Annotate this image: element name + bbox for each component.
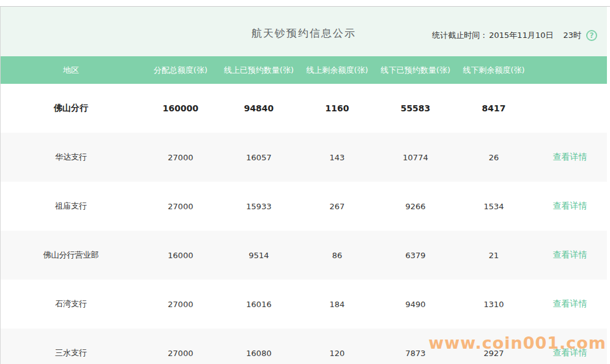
offline-reserved-cell: 55583 (376, 103, 455, 113)
offline-remaining-cell: 2927 (455, 349, 533, 358)
column-header-online-reserved: 线上已预约数量(张) (220, 65, 298, 76)
offline-remaining-cell: 21 (455, 251, 533, 260)
region-cell: 佛山分行营业部 (1, 250, 141, 261)
column-header-total-quota: 分配总额度(张) (141, 65, 220, 76)
offline-remaining-cell: 1534 (455, 202, 533, 211)
stats-hour: 23时 (563, 30, 581, 41)
column-header-offline-reserved: 线下已预约数量(张) (376, 65, 455, 76)
offline-remaining-cell: 1310 (455, 300, 533, 309)
online-reserved-cell: 94840 (220, 103, 298, 113)
detail-cell: 查看详情 (533, 201, 607, 212)
offline-reserved-cell: 9490 (376, 300, 455, 309)
total-quota-cell: 160000 (141, 103, 220, 113)
offline-reserved-cell: 7873 (376, 349, 455, 358)
view-details-link[interactable]: 查看详情 (553, 201, 587, 210)
offline-remaining-cell: 8417 (455, 103, 533, 113)
region-cell: 祖庙支行 (1, 201, 141, 212)
stats-deadline: 统计截止时间： 2015年11月10日 23时 ? (432, 30, 597, 41)
online-remaining-cell: 1160 (298, 103, 376, 113)
stats-date: 2015年11月10日 (489, 30, 553, 41)
offline-reserved-cell: 6379 (376, 251, 455, 260)
view-details-link[interactable]: 查看详情 (553, 250, 587, 259)
view-details-link[interactable]: 查看详情 (553, 152, 587, 162)
online-reserved-cell: 16057 (220, 153, 298, 162)
online-remaining-cell: 184 (298, 300, 376, 309)
table-row: 佛山分行营业部 16000 9514 86 6379 21 查看详情 (1, 231, 607, 280)
detail-cell: 查看详情 (533, 250, 607, 261)
content: 航天钞预约信息公示 统计截止时间： 2015年11月10日 23时 ? 地区 分… (0, 7, 607, 364)
online-remaining-cell: 143 (298, 153, 376, 162)
table-row: 三水支行 27000 16080 120 7873 2927 查看详情 (1, 329, 607, 364)
table-header-row: 地区 分配总额度(张) 线上已预约数量(张) 线上剩余额度(张) 线下已预约数量… (1, 56, 607, 84)
total-quota-cell: 16000 (141, 251, 220, 260)
total-quota-cell: 27000 (141, 202, 220, 211)
detail-cell: 查看详情 (533, 299, 607, 310)
top-strip (0, 0, 610, 7)
table-row: 祖庙支行 27000 15933 267 9266 1534 查看详情 (1, 182, 607, 231)
online-remaining-cell: 267 (298, 202, 376, 211)
offline-reserved-cell: 10774 (376, 153, 455, 162)
table-body: 佛山分行 160000 94840 1160 55583 8417 华达支行 2… (1, 84, 607, 364)
header-band: 航天钞预约信息公示 统计截止时间： 2015年11月10日 23时 ? (1, 7, 607, 56)
online-remaining-cell: 120 (298, 349, 376, 358)
online-reserved-cell: 9514 (220, 251, 298, 260)
detail-cell: 查看详情 (533, 152, 607, 163)
online-reserved-cell: 16016 (220, 300, 298, 309)
table-row: 华达支行 27000 16057 143 10774 26 查看详情 (1, 133, 607, 182)
online-reserved-cell: 15933 (220, 202, 298, 211)
stats-label: 统计截止时间： (432, 30, 488, 41)
view-details-link[interactable]: 查看详情 (553, 299, 587, 308)
total-quota-cell: 27000 (141, 349, 220, 358)
total-quota-cell: 27000 (141, 300, 220, 309)
offline-remaining-cell: 26 (455, 153, 533, 162)
online-remaining-cell: 86 (298, 251, 376, 260)
region-cell: 佛山分行 (1, 103, 141, 114)
table-row: 石湾支行 27000 16016 184 9490 1310 查看详情 (1, 280, 607, 329)
online-reserved-cell: 16080 (220, 349, 298, 358)
help-icon[interactable]: ? (586, 30, 597, 41)
detail-cell: 查看详情 (533, 347, 607, 358)
column-header-offline-remaining: 线下剩余额度(张) (455, 65, 533, 76)
column-header-region: 地区 (1, 65, 141, 76)
page: 航天钞预约信息公示 统计截止时间： 2015年11月10日 23时 ? 地区 分… (0, 0, 610, 364)
view-details-link[interactable]: 查看详情 (553, 347, 587, 357)
offline-reserved-cell: 9266 (376, 202, 455, 211)
region-cell: 石湾支行 (1, 299, 141, 310)
region-cell: 华达支行 (1, 152, 141, 163)
column-header-online-remaining: 线上剩余额度(张) (298, 65, 376, 76)
table-row: 佛山分行 160000 94840 1160 55583 8417 (1, 84, 607, 133)
total-quota-cell: 27000 (141, 153, 220, 162)
region-cell: 三水支行 (1, 347, 141, 358)
